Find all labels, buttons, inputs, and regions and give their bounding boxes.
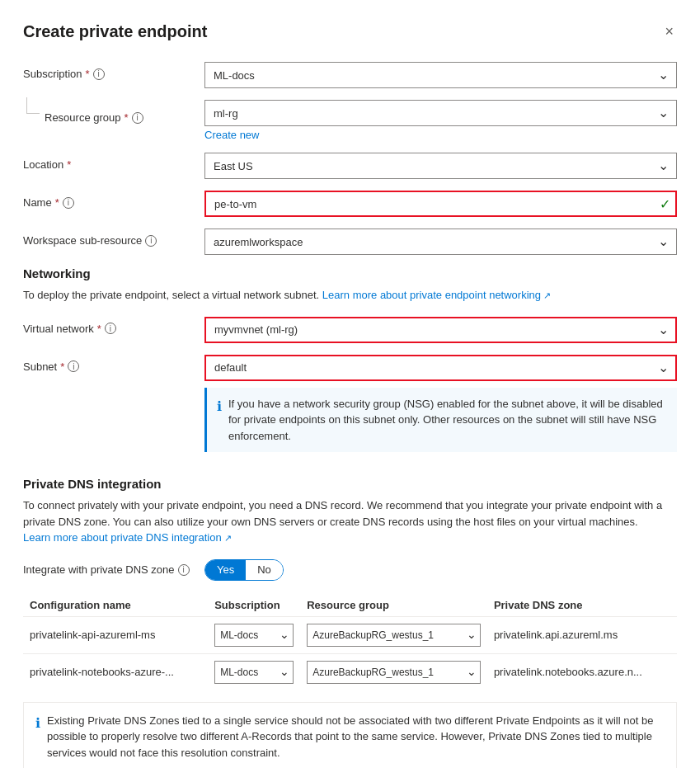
virtual-network-info-icon[interactable]: i: [105, 323, 116, 334]
location-label: Location *: [23, 153, 204, 171]
dns-toggle-yes[interactable]: Yes: [205, 560, 246, 580]
resource-group-label-area: Resource group * i: [23, 100, 204, 124]
dns-warning-icon: ℹ: [35, 714, 40, 761]
virtual-network-label: Virtual network * i: [23, 317, 204, 335]
dns-zone-cell: privatelink.api.azureml.ms: [487, 616, 677, 653]
location-control: East US: [204, 153, 677, 179]
create-private-endpoint-dialog: Create private endpoint × Subscription *…: [0, 0, 700, 768]
create-new-link[interactable]: Create new: [204, 129, 259, 141]
subnet-control: default ℹ If you have a network security…: [204, 355, 677, 466]
dns-subscription-cell: ML-docs: [208, 616, 300, 653]
subscription-row: Subscription * i ML-docs: [23, 62, 677, 88]
dns-col-resource-group: Resource group: [300, 594, 487, 617]
dns-subscription-select-wrapper: ML-docs: [214, 661, 294, 684]
dns-resource-group-select-wrapper: AzureBackupRG_westus_1: [307, 624, 481, 647]
close-button[interactable]: ×: [661, 20, 677, 44]
resource-group-control: ml-rg Create new: [204, 100, 677, 141]
subscription-info-icon[interactable]: i: [93, 68, 105, 80]
name-row: Name * i ✓: [23, 191, 677, 217]
dns-resource-group-select-0[interactable]: AzureBackupRG_westus_1: [307, 624, 481, 647]
subscription-label: Subscription * i: [23, 62, 204, 80]
virtual-network-control: myvmvnet (ml-rg): [204, 317, 677, 343]
subnet-label: Subnet * i: [23, 355, 204, 373]
name-control: ✓: [204, 191, 677, 217]
virtual-network-row: Virtual network * i myvmvnet (ml-rg): [23, 317, 677, 343]
workspace-sub-info-icon[interactable]: i: [145, 235, 157, 247]
subscription-select[interactable]: ML-docs: [204, 62, 677, 88]
name-info-icon[interactable]: i: [63, 197, 74, 209]
workspace-sub-control: azuremlworkspace: [204, 229, 677, 255]
dns-warning-box: ℹ Existing Private DNS Zones tied to a s…: [23, 702, 677, 769]
private-dns-description: To connect privately with your private e…: [23, 497, 677, 546]
dns-toggle-section: Integrate with private DNS zone i Yes No: [23, 559, 677, 581]
dns-config-name-cell: privatelink-api-azureml-ms: [23, 616, 208, 653]
name-label: Name * i: [23, 191, 204, 209]
resource-group-select-wrapper: ml-rg: [204, 100, 677, 126]
dns-subscription-select-1[interactable]: ML-docs: [214, 661, 294, 684]
workspace-sub-row: Workspace sub-resource i azuremlworkspac…: [23, 229, 677, 255]
dns-subscription-cell: ML-docs: [208, 653, 300, 690]
workspace-sub-label: Workspace sub-resource i: [23, 229, 204, 247]
dns-resource-group-cell: AzureBackupRG_westus_1: [300, 616, 487, 653]
subnet-select[interactable]: default: [204, 355, 677, 381]
dns-toggle-pill: Yes No: [204, 559, 284, 581]
name-check-icon: ✓: [660, 196, 670, 212]
dialog-title: Create private endpoint: [23, 22, 207, 41]
dns-integrate-label: Integrate with private DNS zone i: [23, 563, 204, 576]
subscription-control: ML-docs: [204, 62, 677, 88]
subnet-row: Subnet * i default ℹ If you have a netwo…: [23, 355, 677, 466]
name-input[interactable]: [204, 191, 677, 217]
dns-table-row: privatelink-api-azureml-ms ML-docs Azure…: [23, 616, 677, 653]
dns-col-config: Configuration name: [23, 594, 208, 617]
subscription-select-wrapper: ML-docs: [204, 62, 677, 88]
dialog-header: Create private endpoint ×: [23, 20, 677, 44]
subnet-info-icon[interactable]: i: [68, 360, 79, 372]
dns-toggle-container: Yes No: [204, 559, 284, 581]
dns-table-row: privatelink-notebooks-azure-... ML-docs …: [23, 653, 677, 690]
resource-group-select[interactable]: ml-rg: [204, 100, 677, 126]
name-input-wrapper: ✓: [204, 191, 677, 217]
resource-group-info-icon[interactable]: i: [132, 112, 143, 124]
networking-learn-more-link[interactable]: Learn more about private endpoint networ…: [322, 289, 551, 301]
dns-subscription-select-0[interactable]: ML-docs: [214, 624, 294, 647]
private-dns-section: Private DNS integration To connect priva…: [23, 477, 677, 768]
location-select-wrapper: East US: [204, 153, 677, 179]
dns-col-subscription: Subscription: [208, 594, 300, 617]
private-dns-title: Private DNS integration: [23, 477, 677, 491]
location-select[interactable]: East US: [204, 153, 677, 179]
dns-resource-group-cell: AzureBackupRG_westus_1: [300, 653, 487, 690]
resource-group-label: Resource group * i: [45, 106, 226, 124]
resource-group-row: Resource group * i ml-rg Create new: [23, 100, 677, 141]
location-row: Location * East US: [23, 153, 677, 179]
dns-col-zone: Private DNS zone: [487, 594, 677, 617]
workspace-sub-select[interactable]: azuremlworkspace: [204, 229, 677, 255]
virtual-network-select-wrapper: myvmvnet (ml-rg): [204, 317, 677, 343]
workspace-sub-select-wrapper: azuremlworkspace: [204, 229, 677, 255]
dns-zone-cell: privatelink.notebooks.azure.n...: [487, 653, 677, 690]
subnet-select-wrapper: default: [204, 355, 677, 381]
dns-resource-group-select-wrapper: AzureBackupRG_westus_1: [307, 661, 481, 684]
nsg-info-icon: ℹ: [217, 397, 222, 445]
dns-resource-group-select-1[interactable]: AzureBackupRG_westus_1: [307, 661, 481, 684]
networking-title: Networking: [23, 266, 677, 280]
dns-integrate-info-icon[interactable]: i: [178, 564, 190, 576]
dns-config-name-cell: privatelink-notebooks-azure-...: [23, 653, 208, 690]
private-dns-learn-more-link[interactable]: Learn more about private DNS integration: [23, 531, 232, 544]
networking-section: Networking To deploy the private endpoin…: [23, 266, 677, 465]
dns-table: Configuration name Subscription Resource…: [23, 594, 677, 690]
dns-toggle-no[interactable]: No: [246, 560, 283, 580]
networking-description: To deploy the private endpoint, select a…: [23, 287, 677, 304]
indent-line: [26, 97, 40, 114]
dns-subscription-select-wrapper: ML-docs: [214, 624, 294, 647]
virtual-network-select[interactable]: myvmvnet (ml-rg): [204, 317, 677, 343]
nsg-info-box: ℹ If you have a network security group (…: [204, 388, 677, 453]
